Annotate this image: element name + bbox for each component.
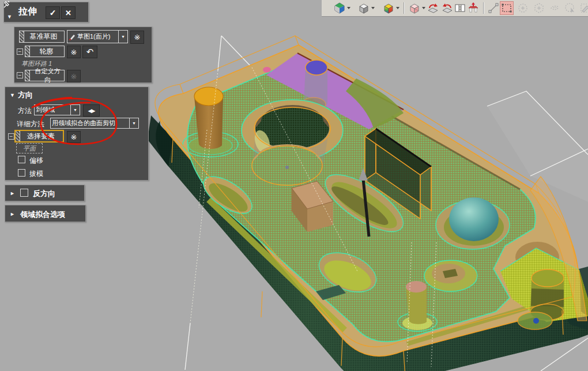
select-elements-label: 选择要素 — [22, 132, 63, 141]
direction-section-caret[interactable]: ▼ — [10, 92, 15, 98]
rotate-left-icon[interactable] — [427, 2, 439, 14]
custom-direction-label: 自定义方向 — [32, 67, 64, 84]
profile-undo-button[interactable]: ↶ — [82, 46, 97, 58]
swap-icon: ◀▶ — [88, 108, 95, 114]
collapse-icon: − — [18, 48, 22, 55]
hatch-stripe — [20, 31, 24, 42]
shaded-view-icon[interactable] — [357, 2, 370, 14]
reverse-direction-checkbox[interactable] — [20, 189, 28, 197]
sketch-select-field[interactable]: 草图1(面片) ▼ — [67, 30, 128, 43]
hatch-stripe — [25, 70, 30, 81]
chevron-down-icon: ▼ — [73, 108, 77, 112]
ok-icon: ✓ — [50, 8, 56, 17]
cancel-icon: ✕ — [65, 9, 71, 17]
custom-direction-button[interactable]: 自定义方向 — [25, 70, 65, 81]
detail-method-dropdown[interactable]: 用领域拟合的曲面剪切 ▼ — [50, 118, 139, 129]
direction-panel: ▼ 方向 方法 到领域 ▼ ◀▶ 详细方法 用领域拟合的曲面剪切 ▼ − 选择要… — [5, 87, 149, 181]
pick-icon: ※ — [71, 48, 77, 57]
shaded-view-caret[interactable] — [371, 7, 375, 9]
split-view-icon[interactable] — [454, 2, 466, 14]
blue-dot-circle — [518, 312, 552, 329]
select-elements-button[interactable]: 选择要素 — [14, 130, 64, 143]
align-view-icon[interactable] — [467, 2, 480, 14]
plane-chip[interactable]: 平面 — [16, 143, 43, 153]
profile-button[interactable]: 轮廓 — [25, 46, 65, 57]
direction-section-title: 方向 — [18, 90, 33, 100]
pick-icon: ※ — [134, 33, 141, 42]
collapse-icon: − — [10, 133, 13, 140]
detail-method-value: 用领域拟合的曲面剪切 — [51, 119, 129, 128]
paint-select-icon[interactable] — [579, 2, 588, 14]
ok-button[interactable]: ✓ — [46, 6, 60, 19]
app-root: { "dialog": { "title": "拉伸", "base_sketc… — [0, 0, 588, 371]
profile-pick-button[interactable]: ※ — [67, 46, 81, 58]
hatch-stripe — [16, 131, 20, 141]
pocket-circle-right — [424, 260, 477, 291]
undo-icon: ↶ — [86, 47, 94, 57]
collapse-icon: − — [18, 72, 22, 78]
toolbar-separator — [404, 2, 404, 14]
lower-circle — [252, 144, 322, 185]
select-elements-pick-button[interactable]: ※ — [67, 131, 81, 143]
profile-label: 轮廓 — [32, 47, 64, 57]
teal-sphere — [449, 197, 499, 241]
circle-select-icon[interactable] — [517, 2, 529, 14]
line-select-icon[interactable] — [487, 2, 500, 14]
plane-label: 平面 — [23, 144, 36, 153]
base-sketch-button[interactable]: 基准草图 — [19, 31, 65, 43]
chevron-down-icon: ▼ — [132, 121, 136, 125]
hatch-stripe — [25, 46, 30, 57]
polygon-select-icon[interactable] — [533, 2, 545, 14]
chevron-down-icon: ▼ — [121, 35, 125, 39]
custom-direction-collapse-toggle[interactable]: − — [17, 72, 23, 78]
reverse-direction-label: 反方向 — [33, 189, 55, 199]
rectangle-select-icon[interactable] — [500, 2, 513, 14]
detail-method-label: 详细方法 — [17, 119, 44, 129]
lasso-select-icon[interactable] — [548, 2, 561, 14]
method-value: 到领域 — [35, 106, 70, 114]
base-sketch-label: 基准草图 — [27, 32, 64, 42]
wireframe-view-caret[interactable] — [422, 7, 425, 9]
reverse-expand-caret[interactable]: ► — [10, 190, 15, 196]
offset-label: 偏移 — [29, 156, 43, 166]
view-orientation-icon[interactable] — [333, 2, 346, 14]
draft-label: 拔模 — [29, 169, 43, 179]
view-orientation-caret[interactable] — [347, 7, 350, 9]
dialog-header[interactable]: ▼ 拉伸 ✓ ✕ — [3, 2, 89, 23]
offset-checkbox[interactable] — [18, 156, 25, 163]
deviation-view-caret[interactable] — [396, 7, 399, 9]
pencil-icon — [69, 33, 76, 40]
sketch-panel: 基准草图 草图1(面片) ▼ ※ − 轮廓 ※ ↶ 草图环路 1 − 自定义方向… — [14, 27, 152, 83]
select-elements-collapse-toggle[interactable]: − — [8, 133, 14, 140]
dialog-collapse-caret[interactable]: ▼ — [7, 14, 12, 20]
pin-icon[interactable] — [1, 0, 13, 13]
pick-icon: ※ — [71, 72, 77, 81]
custom-direction-pick-button: ※ — [67, 70, 81, 83]
swap-direction-button[interactable]: ◀▶ — [83, 104, 100, 117]
base-sketch-pick-button[interactable]: ※ — [130, 31, 144, 44]
sketch-dropdown-caret[interactable]: ▼ — [118, 31, 127, 43]
dialog-title: 拉伸 — [18, 6, 37, 18]
deviation-view-icon[interactable] — [382, 2, 395, 14]
reverse-direction-section[interactable]: ► 反方向 — [5, 185, 85, 201]
pink-spot — [263, 67, 271, 73]
fit-options-label: 领域拟合选项 — [20, 209, 65, 220]
rotate-right-icon[interactable] — [441, 2, 454, 14]
wireframe-view-icon[interactable] — [408, 2, 421, 14]
pick-icon: ※ — [71, 133, 77, 141]
cancel-button[interactable]: ✕ — [61, 6, 76, 19]
draft-checkbox[interactable] — [18, 169, 25, 177]
smart-select-icon[interactable] — [564, 2, 576, 14]
fit-options-section[interactable]: ► 领域拟合选项 — [5, 205, 86, 222]
detail-method-caret[interactable]: ▼ — [129, 118, 138, 128]
method-dropdown-caret[interactable]: ▼ — [70, 105, 80, 115]
method-label: 方法 — [18, 106, 32, 116]
profile-collapse-toggle[interactable]: − — [17, 48, 23, 55]
sketch-select-value: 草图1(面片) — [76, 32, 118, 41]
toolbar-separator — [483, 2, 484, 14]
fit-options-expand-caret[interactable]: ► — [10, 211, 15, 217]
method-dropdown[interactable]: 到领域 ▼ — [34, 104, 80, 115]
view-toolbar — [322, 0, 588, 17]
